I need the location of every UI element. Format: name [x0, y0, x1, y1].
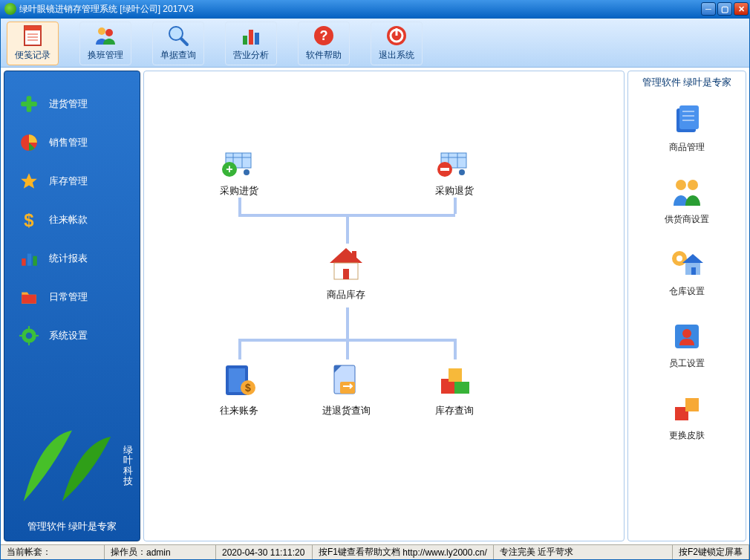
- svg-point-67: [688, 180, 698, 190]
- svg-rect-72: [691, 267, 696, 275]
- rpanel-supplier[interactable]: 供货商设置: [628, 164, 746, 236]
- rpanel-warehouse[interactable]: 仓库设置: [628, 236, 746, 308]
- svg-rect-59: [454, 382, 469, 394]
- right-panel: 管理软件 绿叶是专家 商品管理 供货商设置 仓库设置 员工设置 更换皮肤: [627, 71, 746, 541]
- svg-marker-47: [330, 248, 362, 263]
- toolbar: 便笺记录 换班管理 单据查询 营业分析 ? 软件帮助 退出系统: [1, 19, 749, 68]
- memo-button[interactable]: 便笺记录: [7, 22, 59, 65]
- svg-point-44: [459, 169, 465, 175]
- exit-button[interactable]: 退出系统: [371, 22, 423, 65]
- rpanel-skin[interactable]: 更换皮肤: [628, 380, 746, 452]
- status-url[interactable]: http://www.ly2000.cn/: [402, 547, 486, 558]
- node-purchase-return[interactable]: 采购退货: [425, 140, 484, 198]
- statusbar: 当前帐套： 操作员：admin 2020-04-30 11:11:20 按F1键…: [1, 544, 749, 559]
- gear-icon: [19, 326, 39, 345]
- brand-logo: 绿叶科技: [7, 417, 137, 515]
- sidebar-item-account[interactable]: $ 往来帐款: [4, 201, 140, 239]
- ledger-icon: $: [218, 359, 260, 401]
- svg-point-6: [105, 29, 113, 36]
- sidebar-item-sales[interactable]: 销售管理: [4, 123, 140, 162]
- help-button[interactable]: ? 软件帮助: [298, 22, 350, 65]
- power-icon: [385, 24, 408, 48]
- svg-rect-49: [343, 269, 349, 279]
- svg-rect-28: [28, 342, 30, 345]
- status-datetime: 2020-04-30 11:11:20: [216, 545, 313, 559]
- svg-point-66: [676, 180, 686, 190]
- status-help: 按F1键查看帮助文档 http://www.ly2000.cn/: [313, 545, 494, 559]
- svg-rect-22: [22, 258, 25, 266]
- svg-text:$: $: [245, 382, 251, 394]
- money-icon: $: [19, 210, 39, 229]
- svg-point-5: [98, 27, 105, 35]
- svg-text:?: ?: [320, 28, 328, 43]
- svg-rect-1: [25, 26, 41, 30]
- svg-rect-57: [340, 382, 355, 394]
- sidebar-slogan: 管理软件 绿叶是专家: [7, 520, 137, 533]
- maximize-button[interactable]: ▢: [717, 2, 732, 16]
- svg-rect-10: [249, 30, 253, 45]
- status-operator: 操作员：admin: [105, 545, 216, 559]
- svg-rect-60: [449, 368, 462, 382]
- sidebar-item-label: 统计报表: [49, 252, 88, 265]
- titlebar: 绿叶眼镜进销存管理系统 [绿叶公司] 2017V3 ─ ▢ ✕: [0, 0, 750, 18]
- documents-icon: [669, 102, 705, 138]
- magnifier-icon: [166, 24, 190, 48]
- sidebar-item-purchase[interactable]: 进货管理: [4, 85, 140, 123]
- svg-rect-29: [19, 335, 22, 336]
- cubes-icon: [669, 391, 705, 426]
- node-account[interactable]: $ 往来账务: [209, 359, 269, 417]
- notepad-icon: [21, 24, 45, 48]
- sidebar-item-label: 系统设置: [49, 329, 88, 342]
- sidebar-item-report[interactable]: 统计报表: [4, 239, 140, 278]
- document-swap-icon: [325, 359, 367, 401]
- window-title: 绿叶眼镜进销存管理系统 [绿叶公司] 2017V3: [19, 3, 701, 16]
- svg-rect-27: [28, 326, 30, 329]
- right-panel-title: 管理软件 绿叶是专家: [628, 71, 746, 92]
- rpanel-employee[interactable]: 员工设置: [628, 308, 746, 380]
- help-icon: ?: [312, 24, 336, 48]
- svg-text:$: $: [24, 210, 33, 229]
- svg-point-26: [26, 333, 33, 339]
- employee-icon: [669, 319, 705, 354]
- minimize-button[interactable]: ─: [701, 2, 716, 16]
- sidebar-item-label: 进货管理: [49, 97, 88, 111]
- pie-icon: [19, 133, 39, 152]
- svg-rect-23: [27, 254, 31, 266]
- node-purchase-in[interactable]: + 采购进货: [209, 140, 269, 198]
- house-icon: [325, 244, 367, 285]
- analysis-button[interactable]: 营业分析: [225, 22, 277, 65]
- bars-icon: [19, 249, 39, 268]
- sidebar-item-label: 日常管理: [49, 290, 88, 304]
- folder-icon: [19, 287, 39, 307]
- sidebar-item-label: 库存管理: [49, 175, 88, 188]
- svg-rect-46: [440, 168, 449, 171]
- bill-query-button[interactable]: 单据查询: [152, 22, 204, 65]
- status-motto: 专注完美 近乎苛求: [494, 545, 673, 559]
- node-stock-query[interactable]: 库存查询: [425, 359, 484, 417]
- svg-rect-50: [352, 251, 356, 258]
- sidebar: 进货管理 销售管理 库存管理 $ 往来帐款 统计报表: [4, 71, 140, 541]
- svg-marker-20: [21, 173, 37, 189]
- node-stock[interactable]: 商品库存: [316, 244, 376, 302]
- status-lock: 按F2键锁定屏幕: [673, 545, 749, 559]
- node-inout-query[interactable]: 进退货查询: [316, 359, 376, 417]
- sidebar-item-daily[interactable]: 日常管理: [4, 278, 140, 316]
- users-icon: [94, 24, 117, 48]
- sidebar-item-label: 销售管理: [49, 136, 88, 149]
- sidebar-item-label: 往来帐款: [49, 213, 88, 227]
- house-gear-icon: [669, 247, 705, 282]
- cart-remove-icon: [434, 140, 475, 181]
- rpanel-goods[interactable]: 商品管理: [628, 92, 746, 164]
- app-icon: [4, 3, 16, 15]
- svg-point-69: [676, 255, 682, 261]
- svg-point-36: [244, 169, 250, 175]
- svg-point-74: [682, 329, 691, 338]
- boxes-icon: [434, 359, 475, 401]
- svg-line-8: [181, 39, 187, 45]
- close-button[interactable]: ✕: [734, 2, 749, 16]
- cart-add-icon: +: [218, 140, 260, 181]
- sidebar-item-stock[interactable]: 库存管理: [4, 162, 140, 201]
- shift-button[interactable]: 换班管理: [79, 22, 131, 65]
- sidebar-item-settings[interactable]: 系统设置: [4, 316, 140, 355]
- status-accountset: 当前帐套：: [1, 545, 105, 559]
